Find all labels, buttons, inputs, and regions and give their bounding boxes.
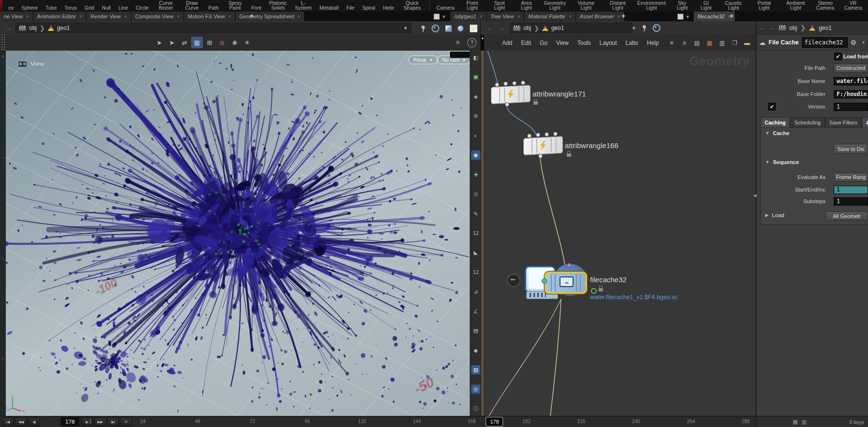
shelf-tool[interactable]: Environment Light xyxy=(633,0,670,12)
shelf-tool[interactable]: Null xyxy=(98,5,114,12)
display-tree-icon[interactable]: ≡ xyxy=(453,38,462,47)
close-icon[interactable]: × xyxy=(228,14,231,19)
chevron-down-icon[interactable]: ▼ xyxy=(403,26,408,31)
breadcrumb-node[interactable]: geo1 xyxy=(551,25,564,31)
menu-item[interactable]: Labs xyxy=(621,40,643,46)
shelf-tool[interactable]: ox xyxy=(4,5,17,12)
node-label[interactable]: attribwrangle171 xyxy=(532,90,586,98)
pane-tab[interactable]: Tree View× xyxy=(487,12,524,21)
breadcrumb[interactable]: obj ❯ geo1 ▼ xyxy=(15,23,411,33)
substeps-field[interactable]: 1 xyxy=(834,197,868,206)
annotate-icon[interactable]: ✎ xyxy=(471,209,480,219)
cache-section-header[interactable]: ▼ Cache xyxy=(765,130,789,136)
pin-icon[interactable] xyxy=(642,25,647,31)
wrangle-node-body[interactable] xyxy=(523,136,563,155)
node-input[interactable] xyxy=(553,132,558,136)
template-flag-icon[interactable]: ✳ xyxy=(241,37,253,48)
shelf-tool[interactable]: Area Light xyxy=(513,0,540,12)
breadcrumb[interactable]: obj ❯ geo1 xyxy=(510,23,632,33)
wrangle-node-body[interactable] xyxy=(491,85,531,104)
pane-tab[interactable]: Motion FX View× xyxy=(184,12,236,21)
pane-tab[interactable]: Material Palette× xyxy=(524,12,575,21)
base-name-field[interactable]: water.file xyxy=(834,77,868,85)
toolbar-grip[interactable] xyxy=(0,35,6,51)
help-icon[interactable]: ? xyxy=(467,38,476,47)
shelf-tool[interactable]: Curve Bezier xyxy=(153,0,180,12)
shelf-tool[interactable]: Grid xyxy=(81,5,98,12)
snapshot-icon[interactable]: ▣ xyxy=(471,72,480,82)
prim-numbers-icon[interactable]: 12 xyxy=(471,268,480,277)
forward-icon[interactable]: → xyxy=(769,24,775,31)
base-folder-field[interactable]: F:/houdini xyxy=(834,90,868,98)
normal-lights-icon[interactable]: ◉ xyxy=(471,151,480,160)
shelf-tool[interactable]: Spray Paint xyxy=(223,0,247,12)
load-from-checkbox[interactable]: ✔ xyxy=(834,53,842,60)
shelf-tool[interactable]: Sky Light xyxy=(670,0,695,12)
close-icon[interactable]: × xyxy=(479,14,482,19)
menu-item[interactable]: Help xyxy=(643,40,663,46)
point-normals-icon[interactable]: ◣ xyxy=(471,248,480,257)
shelf-tool[interactable]: Font xyxy=(247,5,265,12)
menu-item[interactable]: View xyxy=(552,40,573,46)
breadcrumb-node[interactable]: geo1 xyxy=(57,25,70,31)
key-options-icon[interactable]: ▥ xyxy=(801,419,806,425)
grid-layout-icon[interactable]: ▥ xyxy=(717,38,727,48)
pan-icon[interactable]: — xyxy=(1,155,5,160)
close-icon[interactable]: × xyxy=(26,14,29,19)
visualizer-icon[interactable]: ▤ xyxy=(471,326,480,335)
camera-lock-icon[interactable]: ◈ xyxy=(471,92,480,101)
shelf-tool[interactable]: Stereo Camera xyxy=(812,0,838,12)
menu-item[interactable]: Layout xyxy=(595,40,621,46)
pane-tab[interactable]: Render View× xyxy=(86,12,131,21)
no-lights-icon[interactable]: ⊘ xyxy=(471,111,480,121)
shelf-tool[interactable]: File xyxy=(342,5,358,12)
version-checkbox[interactable]: ✔ xyxy=(768,103,776,110)
load-geometry-button[interactable]: All Geometr xyxy=(826,211,868,220)
node-input[interactable] xyxy=(527,134,532,138)
windows-icon[interactable]: ❐ xyxy=(730,38,740,48)
param-tab[interactable]: Caching xyxy=(760,117,790,127)
filecache-flag-badge[interactable]: ☁ xyxy=(545,272,587,294)
node-input[interactable] xyxy=(521,81,525,85)
mirror-icon[interactable]: ◆ xyxy=(471,346,480,355)
sequence-section-header[interactable]: ▼ Sequence xyxy=(765,159,799,165)
param-tab[interactable]: Scheduling xyxy=(790,117,825,127)
node-input[interactable] xyxy=(512,81,517,85)
current-frame-marker[interactable]: 178 xyxy=(486,417,503,427)
shelf-tool[interactable]: VR Camera xyxy=(838,0,868,12)
node-input[interactable] xyxy=(545,132,549,137)
objects-display-icon[interactable]: ⊙ xyxy=(471,190,480,199)
back-icon[interactable]: ← xyxy=(759,24,766,31)
shelf-tool[interactable]: Quick Shapes xyxy=(398,0,427,12)
grid-toggle-icon[interactable]: ▫ xyxy=(2,408,4,412)
info-icon[interactable]: ⓘ xyxy=(471,404,480,413)
forward-icon[interactable]: → xyxy=(5,25,11,32)
forward-icon[interactable]: → xyxy=(498,25,504,32)
view-layout-icon[interactable]: ◧ xyxy=(471,53,480,62)
breadcrumb-context[interactable]: obj xyxy=(789,25,797,31)
pane-tab[interactable]: Composite View× xyxy=(131,12,184,21)
pane-menu-button[interactable]: ▼ xyxy=(434,14,446,20)
back-icon[interactable]: ← xyxy=(487,25,493,32)
node-input[interactable] xyxy=(567,263,572,268)
breadcrumb-context[interactable]: obj xyxy=(29,25,37,31)
orbit-icon[interactable]: ▵ xyxy=(2,256,4,261)
area-select-icon[interactable]: ⊞ xyxy=(204,37,215,48)
param-tab[interactable]: Adv xyxy=(862,117,868,127)
home-icon[interactable]: ◇ xyxy=(1,357,4,361)
pane-tab[interactable]: ne View× xyxy=(0,12,33,21)
bypass-flag-icon[interactable]: ⊖ xyxy=(216,37,228,48)
shelf-tool[interactable]: Volume Light xyxy=(570,0,602,12)
node-label[interactable]: attribwrangle166 xyxy=(565,141,618,150)
pane-tab[interactable]: /obj/geo1× xyxy=(450,12,487,21)
gear-icon[interactable]: ⚙ xyxy=(851,39,857,46)
shelf-tool[interactable]: Helix xyxy=(379,5,398,12)
shelf-tool[interactable]: Camera xyxy=(433,5,458,12)
version-field[interactable]: 1 xyxy=(834,103,868,111)
node-output[interactable] xyxy=(505,102,509,107)
network-editor[interactable]: Geometry attribwrangle171 xyxy=(484,51,756,416)
node-output[interactable] xyxy=(538,154,543,158)
shelf-tool[interactable]: Path xyxy=(204,5,223,12)
shelf-tool[interactable]: Draw Curve xyxy=(179,0,204,12)
pane-menu-button[interactable]: ▼ xyxy=(677,14,690,20)
